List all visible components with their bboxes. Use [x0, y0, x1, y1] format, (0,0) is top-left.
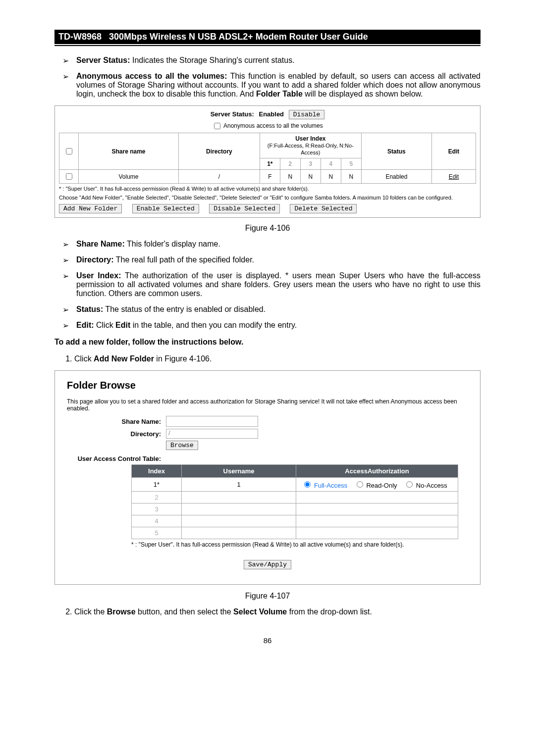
b2: Select Volume	[233, 607, 287, 616]
label: Share Name:	[76, 240, 125, 248]
read-only-radio[interactable]	[357, 481, 363, 488]
post: in Figure 4-106.	[154, 354, 212, 363]
steps-list-1: Click Add New Folder in Figure 4-106.	[54, 354, 481, 363]
th-idx5: 5	[341, 158, 361, 170]
th-user-index-title: User Index	[295, 135, 325, 142]
uact-row: 2	[132, 492, 458, 504]
enable-selected-button[interactable]: Enable Selected	[132, 204, 199, 213]
th-idx2: 2	[280, 158, 300, 170]
disable-button[interactable]: Disable	[289, 110, 325, 119]
uact-auth	[296, 504, 458, 515]
th-username: Username	[182, 465, 296, 478]
table-row: Volume / F N N N N Enabled Edit	[59, 170, 476, 184]
uact-idx: 1*	[132, 478, 182, 492]
text: This folder's display name.	[125, 240, 220, 248]
no-access-radio[interactable]	[406, 481, 413, 488]
server-status-label: Server Status:	[211, 110, 254, 118]
uact-row: 1* 1 Full-Access Read-Only No-Access	[132, 478, 458, 492]
cell-dir: /	[179, 170, 260, 184]
directory-value: /	[166, 429, 258, 439]
select-all-checkbox[interactable]	[66, 148, 72, 154]
cell-u4: N	[321, 170, 341, 184]
page-number: 86	[54, 636, 481, 645]
intro-item-anonymous: Anonymous access to all the volumes: Thi…	[62, 72, 481, 99]
uact-user	[182, 492, 296, 504]
figure-107-box: Folder Browse This page allow you to set…	[54, 370, 481, 585]
uact-row: 3	[132, 504, 458, 515]
share-name-input[interactable]	[166, 416, 258, 427]
mid-user-index: User Index: The authorization of the use…	[62, 271, 481, 298]
add-new-folder-button[interactable]: Add New Folder	[59, 204, 122, 213]
th-idx4: 4	[321, 158, 341, 170]
full-access-radio[interactable]	[304, 481, 311, 488]
uact-user	[182, 515, 296, 527]
browse-button[interactable]: Browse	[166, 441, 198, 450]
label: Status:	[76, 305, 103, 313]
label: Anonymous access to all the volumes:	[76, 72, 227, 80]
text: Indicates the Storage Sharing's current …	[130, 56, 295, 64]
figure-106-box: Server Status: Enabled Disable Anonymous…	[54, 105, 481, 218]
text: The authorization of the user is display…	[76, 271, 481, 298]
row-checkbox[interactable]	[66, 173, 72, 180]
no-access-option[interactable]: No-Access	[404, 482, 447, 489]
uact-label: User Access Control Table:	[67, 452, 166, 462]
bold2: Folder Table	[256, 90, 303, 98]
uact-auth	[296, 492, 458, 504]
cell-u2: N	[280, 170, 300, 184]
cell-share: Volume	[79, 170, 179, 184]
doc-title: 300Mbps Wireless N USB ADSL2+ Modem Rout…	[109, 32, 368, 42]
uact-idx: 2	[132, 492, 182, 504]
tail: will be displayed as shown below.	[303, 90, 423, 98]
intro-list: Server Status: Indicates the Storage Sha…	[54, 56, 481, 99]
uact-idx: 5	[132, 527, 182, 539]
text: The status of the entry is enabled or di…	[103, 305, 266, 313]
user-access-table: Index Username AccessAuthorization 1* 1 …	[131, 464, 458, 539]
anonymous-checkbox[interactable]	[214, 123, 220, 129]
folder-browse-desc: This page allow you to set a shared fold…	[67, 398, 468, 412]
no-access-label: No-Access	[416, 482, 447, 489]
save-apply-button[interactable]: Save/Apply	[244, 560, 291, 569]
figure-106-caption: Figure 4-106	[54, 224, 481, 233]
intro-item-server-status: Server Status: Indicates the Storage Sha…	[62, 56, 481, 65]
table-note-1: * : "Super User". It has full-access per…	[59, 186, 476, 192]
step-1: Click Add New Folder in Figure 4-106.	[74, 354, 481, 363]
cell-status: Enabled	[361, 170, 431, 184]
post: from the drop-down list.	[287, 607, 372, 616]
step-2: Click the Browse button, and then select…	[74, 607, 481, 616]
mid-status: Status: The status of the entry is enabl…	[62, 305, 481, 314]
pre: Click the	[74, 607, 107, 616]
uact-user: 1	[182, 478, 296, 492]
bold: Edit	[115, 321, 130, 329]
th-auth: AccessAuthorization	[296, 465, 458, 478]
mid-directory: Directory: The real full path of the spe…	[62, 255, 481, 264]
uact-user	[182, 504, 296, 515]
text: The real full path of the specified fold…	[114, 255, 254, 264]
mid-share-name: Share Name: This folder's display name.	[62, 240, 481, 249]
pre: Click	[74, 354, 94, 363]
uact-row: 4	[132, 515, 458, 527]
steps-list-2: Click the Browse button, and then select…	[54, 607, 481, 616]
mid: button, and then select the	[136, 607, 233, 616]
disable-selected-button[interactable]: Disable Selected	[209, 204, 280, 213]
delete-selected-button[interactable]: Delete Selected	[290, 204, 357, 213]
uact-idx: 3	[132, 504, 182, 515]
edit-link[interactable]: Edit	[449, 173, 459, 180]
uact-auth	[296, 515, 458, 527]
uact-auth	[296, 527, 458, 539]
uact-row: 5	[132, 527, 458, 539]
anonymous-label: Anonymous access to all the volumes	[223, 122, 323, 129]
th-user-index-sub: (F:Full-Access, R:Read-Only, N:No-Access…	[268, 143, 354, 155]
cell-u3: N	[300, 170, 321, 184]
read-only-option[interactable]: Read-Only	[354, 482, 397, 489]
model-code: TD-W8968	[58, 32, 102, 42]
uact-idx: 4	[132, 515, 182, 527]
th-idx1: 1*	[260, 158, 280, 170]
bold: Add New Folder	[94, 354, 154, 363]
post: in the table, and then you can modify th…	[130, 321, 297, 329]
th-edit: Edit	[432, 133, 476, 170]
full-access-label: Full-Access	[314, 482, 347, 489]
full-access-option[interactable]: Full-Access	[302, 482, 347, 489]
th-directory: Directory	[179, 133, 260, 170]
server-status-value: Enabled	[259, 110, 284, 118]
cell-u5: N	[341, 170, 361, 184]
